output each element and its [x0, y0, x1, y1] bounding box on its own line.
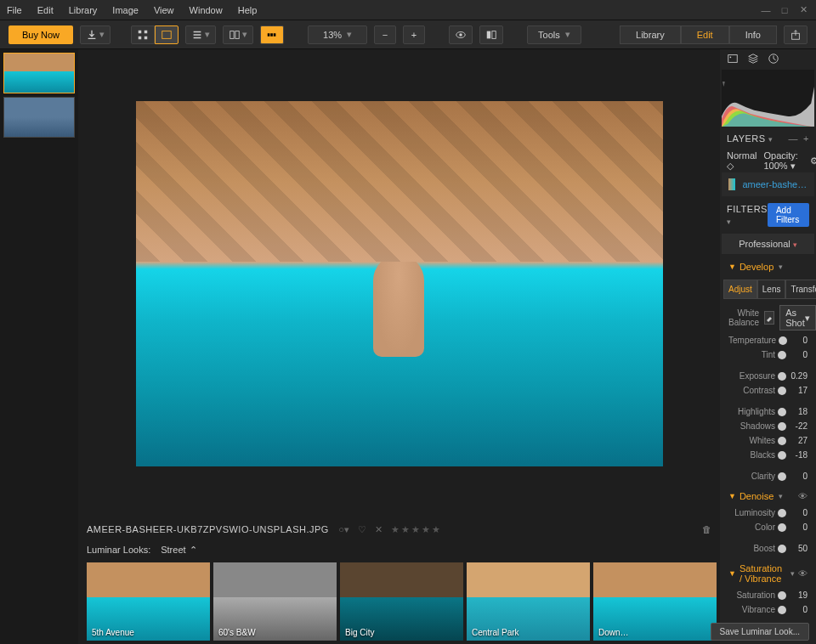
histogram-layers-icon[interactable] [747, 53, 759, 66]
preview-button[interactable] [449, 25, 473, 44]
svg-rect-4 [162, 31, 172, 38]
maximize-icon[interactable]: □ [779, 5, 790, 15]
rating-stars[interactable]: ★★★★★ [391, 524, 442, 535]
menu-image[interactable]: Image [112, 5, 139, 15]
svg-rect-6 [235, 31, 239, 38]
photo-preview [136, 101, 663, 466]
thumbnail-2[interactable] [3, 97, 75, 138]
canvas[interactable] [78, 49, 720, 518]
minimize-icon[interactable]: — [760, 5, 772, 15]
histogram-clock-icon[interactable] [768, 53, 779, 66]
tab-transform[interactable]: Transform [785, 280, 816, 299]
looks-bar: Luminar Looks: Street⌃ [78, 540, 720, 559]
grid-view-button[interactable] [131, 25, 155, 44]
add-filters-button[interactable]: Add Filters [768, 203, 809, 227]
filters-header: FILTERS ▾ Add Filters [720, 198, 816, 232]
svg-rect-3 [144, 36, 148, 39]
tab-adjust[interactable]: Adjust [723, 280, 757, 299]
develop-section-header[interactable]: ▼Develop▾ [720, 257, 816, 276]
workspace-dropdown[interactable]: Professional ▾ [722, 234, 814, 254]
blend-mode-dropdown[interactable]: Normal ◇ [727, 150, 756, 172]
svg-rect-13 [492, 31, 496, 38]
menu-help[interactable]: Help [238, 5, 258, 15]
menu-library[interactable]: Library [69, 5, 98, 15]
tab-info[interactable]: Info [729, 25, 777, 44]
delete-icon[interactable]: 🗑 [702, 524, 711, 534]
wb-picker-icon[interactable] [764, 311, 774, 325]
zoom-out-button[interactable]: − [374, 25, 396, 44]
before-after-button[interactable] [479, 25, 503, 44]
menu-bar: File Edit Library Image View Window Help… [0, 0, 816, 20]
filmstrip-toggle-button[interactable] [260, 25, 284, 44]
export-button[interactable]: ▾ [80, 25, 110, 44]
tools-dropdown[interactable]: Tools▾ [527, 25, 581, 44]
favorite-icon[interactable]: ♡ [358, 524, 366, 535]
menu-file[interactable]: File [7, 5, 22, 15]
info-bar: AMEER-BASHEER-UKB7ZPVSWIO-UNSPLASH.JPG ○… [78, 518, 720, 540]
menu-view[interactable]: View [154, 5, 174, 15]
buy-now-button[interactable]: Buy Now [8, 25, 73, 44]
svg-rect-8 [270, 33, 273, 37]
layer-item[interactable]: ameer-basheer-UKB7zPVswIo-uns… [722, 172, 814, 196]
denoise-visibility-icon[interactable]: 👁 [798, 491, 808, 501]
tab-lens[interactable]: Lens [757, 280, 786, 299]
filename-label: AMEER-BASHEER-UKB7ZPVSWIO-UNSPLASH.JPG [87, 524, 330, 534]
zoom-in-button[interactable]: + [403, 25, 425, 44]
saturation-section-header[interactable]: ▼Saturation / Vibrance▾ 👁 [720, 559, 816, 588]
looks-category-dropdown[interactable]: Street⌃ [161, 545, 196, 556]
color-tag-icon[interactable]: ○▾ [338, 524, 349, 535]
single-view-button[interactable] [155, 25, 178, 44]
reject-icon[interactable]: ✕ [375, 524, 382, 535]
opacity-control[interactable]: Opacity: 100% ▾ [763, 150, 797, 172]
svg-rect-12 [487, 31, 490, 38]
white-balance-row: White Balance As Shot▾ [720, 302, 816, 333]
share-button[interactable] [784, 25, 808, 44]
filmstrip [0, 49, 78, 644]
look-downtown[interactable]: Down… [593, 562, 717, 641]
svg-rect-0 [139, 30, 142, 33]
svg-rect-15 [728, 55, 738, 63]
layer-name: ameer-basheer-UKB7zPVswIo-uns… [742, 179, 808, 189]
layers-collapse-icon[interactable]: — [789, 133, 799, 144]
layer-gear-icon[interactable]: ⚙▾ [810, 155, 816, 167]
look-central-park[interactable]: Central Park [467, 562, 590, 641]
menu-window[interactable]: Window [190, 5, 223, 15]
svg-rect-5 [230, 31, 234, 38]
svg-point-16 [730, 56, 732, 58]
svg-point-11 [459, 33, 462, 37]
svg-rect-7 [268, 33, 270, 37]
right-panel: LAYERS ▾ — + Normal ◇ Opacity: 100% ▾ ⚙▾… [720, 49, 816, 644]
layer-thumbnail [728, 178, 735, 190]
look-big-city[interactable]: Big City [340, 562, 463, 641]
histogram-image-icon[interactable] [727, 53, 739, 66]
saturation-visibility-icon[interactable]: 👁 [798, 568, 808, 579]
center-panel: AMEER-BASHEER-UKB7ZPVSWIO-UNSPLASH.JPG ○… [78, 49, 720, 644]
close-icon[interactable]: ✕ [797, 4, 809, 15]
toolbar: Buy Now ▾ ▾ ▾ 13%▾ − + Tools▾ Library Ed… [0, 20, 816, 49]
svg-rect-1 [144, 30, 148, 33]
compare-view-button[interactable]: ▾ [223, 25, 253, 44]
histogram [722, 70, 814, 127]
tab-library[interactable]: Library [620, 25, 681, 44]
look-60s-bw[interactable]: 60's B&W [213, 562, 337, 641]
svg-rect-2 [139, 36, 142, 39]
layers-header[interactable]: LAYERS ▾ — + [720, 127, 816, 150]
list-view-button[interactable]: ▾ [185, 25, 216, 44]
save-look-button[interactable]: Save Luminar Look... [711, 623, 810, 641]
tab-edit[interactable]: Edit [681, 25, 729, 44]
layer-controls: Normal ◇ Opacity: 100% ▾ ⚙▾ [720, 150, 816, 171]
svg-rect-9 [274, 33, 276, 37]
look-5th-avenue[interactable]: 5th Avenue [87, 562, 210, 641]
looks-label: Luminar Looks: [87, 545, 150, 555]
histogram-header [720, 49, 816, 70]
looks-strip: 5th Avenue 60's B&W Big City Central Par… [78, 559, 720, 644]
menu-edit[interactable]: Edit [37, 5, 54, 15]
zoom-display[interactable]: 13%▾ [308, 25, 367, 44]
denoise-section-header[interactable]: ▼Denoise▾ 👁 [720, 487, 816, 506]
add-layer-icon[interactable]: + [803, 133, 809, 144]
thumbnail-1[interactable] [3, 53, 75, 93]
wb-dropdown[interactable]: As Shot▾ [779, 305, 816, 330]
